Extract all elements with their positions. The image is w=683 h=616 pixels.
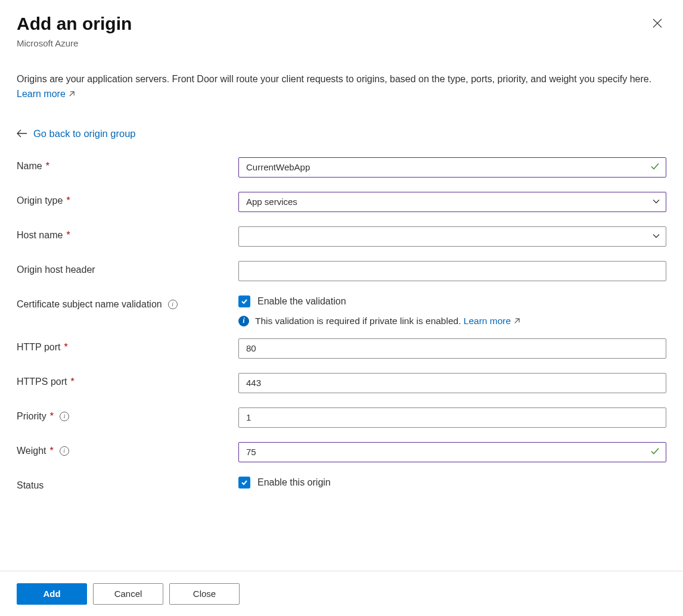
- enable-origin-label: Enable this origin: [257, 477, 331, 488]
- close-panel-button[interactable]: [648, 14, 666, 34]
- external-link-icon: [513, 317, 521, 325]
- close-button[interactable]: Close: [169, 583, 240, 605]
- status-label: Status: [17, 477, 238, 491]
- panel-description: Origins are your application servers. Fr…: [17, 72, 666, 102]
- http-port-label: HTTP port*: [17, 338, 238, 353]
- host-name-row: Host name*: [17, 226, 666, 247]
- name-input[interactable]: [238, 157, 666, 178]
- cert-validation-label: Certificate subject name validation i: [17, 295, 238, 310]
- required-star: *: [66, 230, 70, 241]
- info-icon[interactable]: i: [60, 412, 69, 421]
- close-icon: [652, 18, 663, 29]
- origin-type-label: Origin type*: [17, 192, 238, 206]
- required-star: *: [64, 342, 68, 353]
- weight-row: Weight* i: [17, 442, 666, 462]
- add-origin-panel: Add an origin Microsoft Azure Origins ar…: [0, 0, 683, 616]
- enable-origin-checkbox[interactable]: [238, 477, 250, 489]
- required-star: *: [46, 161, 49, 172]
- status-row: Status Enable this origin: [17, 477, 666, 491]
- panel-subtitle: Microsoft Azure: [17, 38, 666, 48]
- host-name-label: Host name*: [17, 226, 238, 241]
- external-link-icon: [68, 90, 76, 98]
- add-button[interactable]: Add: [17, 583, 87, 605]
- priority-input[interactable]: [238, 407, 666, 428]
- panel-header: Add an origin Microsoft Azure: [17, 13, 666, 48]
- required-star: *: [70, 377, 74, 387]
- enable-validation-checkbox[interactable]: [238, 295, 250, 307]
- origin-host-header-label: Origin host header: [17, 261, 238, 275]
- validation-learn-more-link[interactable]: Learn more: [464, 316, 521, 326]
- back-row: Go back to origin group: [17, 128, 666, 139]
- http-port-row: HTTP port*: [17, 338, 666, 359]
- panel-title: Add an origin: [17, 13, 666, 35]
- https-port-input[interactable]: [238, 373, 666, 393]
- name-row: Name*: [17, 157, 666, 178]
- priority-label: Priority* i: [17, 407, 238, 422]
- name-label: Name*: [17, 157, 238, 172]
- http-port-input[interactable]: [238, 338, 666, 359]
- cancel-button[interactable]: Cancel: [93, 583, 163, 605]
- weight-input[interactable]: [238, 442, 666, 462]
- back-to-origin-group-link[interactable]: Go back to origin group: [33, 128, 136, 139]
- description-text: Origins are your application servers. Fr…: [17, 74, 651, 84]
- learn-more-link[interactable]: Learn more: [17, 89, 76, 99]
- cert-validation-row: Certificate subject name validation i En…: [17, 295, 666, 326]
- host-name-select[interactable]: [238, 226, 666, 247]
- origin-host-header-row: Origin host header: [17, 261, 666, 281]
- arrow-left-icon: [17, 129, 27, 138]
- origin-form: Name* Origin type* App services: [17, 157, 666, 491]
- enable-validation-label: Enable the validation: [257, 296, 346, 307]
- origin-type-row: Origin type* App services: [17, 192, 666, 212]
- required-star: *: [50, 446, 54, 456]
- https-port-row: HTTPS port*: [17, 373, 666, 393]
- required-star: *: [50, 411, 54, 422]
- origin-host-header-input[interactable]: [238, 261, 666, 281]
- https-port-label: HTTPS port*: [17, 373, 238, 387]
- priority-row: Priority* i: [17, 407, 666, 428]
- origin-type-select[interactable]: App services: [238, 192, 666, 212]
- weight-label: Weight* i: [17, 442, 238, 456]
- panel-footer: Add Cancel Close: [0, 571, 683, 616]
- info-badge-icon: i: [238, 316, 249, 326]
- validation-info-text: This validation is required if private l…: [255, 316, 464, 326]
- checkmark-icon: [240, 478, 249, 487]
- validation-info-note: i This validation is required if private…: [238, 316, 666, 326]
- required-star: *: [66, 195, 70, 206]
- info-icon[interactable]: i: [168, 300, 178, 309]
- info-icon[interactable]: i: [60, 446, 69, 456]
- checkmark-icon: [240, 297, 249, 306]
